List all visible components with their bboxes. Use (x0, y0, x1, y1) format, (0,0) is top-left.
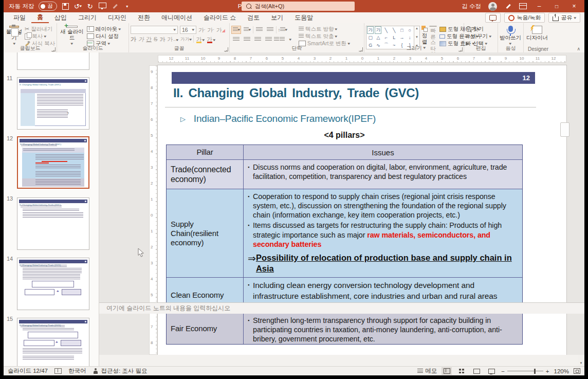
highlight-color-icon[interactable]: 가▾ (196, 37, 205, 42)
horizontal-ruler[interactable]: 1211109876543210123456789101112 (158, 55, 566, 63)
thumbnail-slide-13[interactable]: II. Changing Global Industry, Trade (GVC… (17, 197, 89, 250)
triangle-icon[interactable]: △ (377, 35, 380, 40)
tab-slideshow[interactable]: 슬라이드 쇼 (198, 12, 242, 23)
italic-icon[interactable]: 가 (138, 37, 144, 42)
ribbon-display-options-icon[interactable] (519, 3, 527, 10)
tab-review[interactable]: 검토 (242, 12, 265, 23)
thumbnail-slide-12-selected[interactable]: II. Changing Global Industry, Trade (GVC… (17, 136, 89, 189)
decrease-font-icon[interactable]: 가ˇ (207, 27, 214, 33)
strikethrough-icon[interactable]: S (154, 37, 157, 42)
tab-design[interactable]: 디자인 (102, 12, 132, 23)
spellcheck-icon[interactable] (54, 368, 62, 374)
thumbnail-slide-15[interactable]: II. Changing Global Industry, Trade (GVC… (17, 318, 89, 366)
dictate-button[interactable]: 받아쓰기▾ (500, 25, 521, 46)
add-remove-columns-icon[interactable]: ▾ (285, 35, 295, 44)
cut-button[interactable]: ✂잘라내기 (25, 26, 55, 32)
quick-styles-button[interactable]: 빠른 스타일▾ (429, 25, 437, 46)
increase-font-icon[interactable]: 가ˆ (198, 27, 205, 33)
increase-indent-icon[interactable] (265, 26, 275, 34)
align-center-icon[interactable] (242, 35, 252, 44)
table-caption[interactable]: <4 pillars> (166, 131, 523, 140)
tab-insert[interactable]: 삽입 (49, 12, 72, 23)
comments-button[interactable] (485, 13, 501, 23)
font-name-combo[interactable]: ▾ (131, 26, 178, 34)
accessibility-status[interactable]: 접근성: 조사 필요 (93, 367, 147, 375)
rectangle-icon[interactable]: □ (400, 28, 403, 33)
undo-icon[interactable]: ↺▾ (74, 3, 82, 10)
align-left-icon[interactable] (231, 35, 241, 44)
textbox-v-icon[interactable]: 가 (375, 26, 381, 34)
avatar[interactable] (488, 2, 497, 11)
elbow2-icon[interactable]: L (393, 35, 395, 40)
bullets-button[interactable]: ▾ (231, 26, 241, 34)
arrange-button[interactable]: 정렬▾ (421, 25, 428, 46)
zoom-slider-thumb[interactable] (534, 369, 536, 374)
elbow-icon[interactable]: ⌐ (385, 35, 388, 40)
share-button[interactable]: 공유 ▾ (548, 13, 580, 23)
designer-button[interactable]: 디자이너 (525, 25, 549, 46)
tab-home[interactable]: 홈 (31, 12, 49, 23)
textbox-h-icon[interactable]: 가 (367, 26, 374, 34)
record-button[interactable]: 녹음/녹화 (504, 13, 545, 23)
user-name[interactable]: 김 수정 (462, 3, 481, 10)
thumbnail-slide-11[interactable]: II. Changing Global Industry, Trade (GVC… (17, 77, 89, 130)
slide-sorter-button[interactable] (456, 367, 467, 375)
thumbnail-slide-10[interactable] (17, 52, 89, 70)
paste-button[interactable]: 붙여넣기▾ (5, 25, 23, 46)
copy-button[interactable]: 복사▾ (25, 33, 55, 40)
slide-indicator[interactable]: 슬라이드 12/47 (8, 367, 48, 375)
font-dialog-launcher[interactable] (224, 47, 228, 51)
redo-icon[interactable]: ↻ (86, 3, 94, 10)
font-color-icon[interactable]: 가▾ (207, 37, 215, 42)
thumbnail-slide-14[interactable]: II. Changing Global Industry, Trade (GVC… (17, 258, 89, 310)
normal-view-button[interactable] (442, 367, 452, 375)
align-right-icon[interactable] (253, 35, 263, 44)
align-text-button[interactable]: 텍스트 맞춤▾ (299, 33, 350, 40)
font-size-combo[interactable]: 16▾ (180, 26, 196, 34)
numbering-button[interactable]: ▾ (242, 26, 252, 34)
layout-button[interactable]: 레이아웃▾ (87, 26, 121, 32)
line-icon[interactable]: ╲ (385, 28, 388, 33)
tab-view[interactable]: 보기 (265, 12, 289, 23)
autosave-toggle[interactable]: 끔 (39, 2, 57, 11)
notes-toggle-button[interactable]: 메모 (417, 367, 437, 375)
text-shadow-icon[interactable]: 가 (159, 37, 165, 42)
bold-icon[interactable]: 가 (131, 37, 136, 42)
underline-icon[interactable]: 간 (146, 37, 152, 42)
new-slide-button[interactable]: 새 슬라이드▾ (59, 25, 85, 46)
change-case-icon[interactable]: 가가▾ (180, 37, 192, 42)
scroll-down-icon[interactable]: ▼ (578, 360, 584, 366)
decrease-indent-icon[interactable] (254, 26, 264, 34)
start-slideshow-icon[interactable] (99, 3, 106, 10)
slide-title[interactable]: II. Changing Global Industry, Trade (GVC… (173, 86, 419, 100)
collapse-ribbon-icon[interactable]: ∧ (577, 46, 580, 51)
arrow-line-icon[interactable]: ╲ (393, 28, 395, 33)
replace-button[interactable]: ⇄바꾸기▾ (466, 33, 491, 40)
arrow-down-icon[interactable]: ↓ (409, 35, 411, 40)
arrow-right-icon[interactable]: → (399, 35, 404, 40)
slide-bullet-line[interactable]: ▷ Indian–Pacific Economic Framework(IPEF… (180, 113, 376, 124)
justify-icon[interactable] (264, 35, 273, 44)
slide-header-bar[interactable]: 12 (172, 72, 535, 84)
language-indicator[interactable]: 한국어 (68, 367, 86, 375)
columns-icon[interactable] (274, 35, 284, 44)
gallery-down-icon[interactable]: ▼ (415, 35, 418, 39)
paragraph-dialog-launcher[interactable] (359, 47, 363, 51)
zoom-level[interactable]: 120% (554, 368, 569, 374)
zoom-in-icon[interactable]: + (546, 368, 549, 374)
notes-panel[interactable]: 여기에 슬라이드 노트의 내용을 입력하십시오 (99, 302, 584, 314)
fit-to-window-icon[interactable] (574, 368, 580, 374)
find-button[interactable]: 찾기 (466, 26, 491, 32)
clipboard-dialog-launcher[interactable] (51, 47, 56, 51)
save-icon[interactable] (62, 3, 69, 10)
reset-button[interactable]: 다시 설정 (87, 33, 121, 40)
reading-view-button[interactable] (471, 367, 482, 375)
tab-file[interactable]: 파일 (8, 12, 31, 23)
clear-formatting-icon[interactable]: 가◢ (216, 27, 225, 33)
tab-transitions[interactable]: 전환 (132, 12, 156, 23)
tab-draw[interactable]: 그리기 (72, 12, 102, 23)
text-direction-button[interactable]: 텍스트 방향▾ (299, 26, 350, 32)
maximize-button[interactable]: □ (552, 4, 562, 9)
zoom-slider[interactable]: − + (501, 368, 549, 374)
tab-animations[interactable]: 애니메이션 (156, 12, 198, 23)
